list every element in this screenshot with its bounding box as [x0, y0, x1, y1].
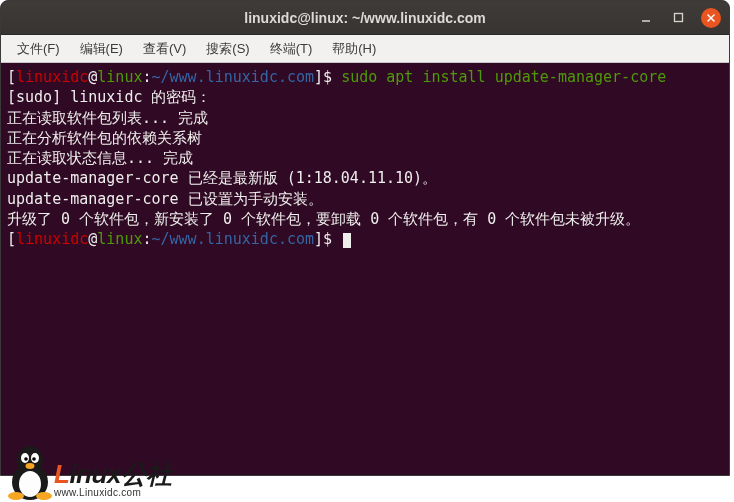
menu-view[interactable]: 查看(V)	[135, 38, 194, 60]
maximize-icon	[673, 12, 684, 23]
terminal-body[interactable]: [linuxidc@linux:~/www.linuxidc.com]$ sud…	[1, 63, 729, 475]
prompt-host: linux	[97, 68, 142, 86]
watermark-url: www.Linuxidc.com	[54, 487, 172, 498]
prompt-path: ~/www.linuxidc.com	[152, 68, 315, 86]
minimize-icon	[640, 12, 652, 24]
menubar: 文件(F) 编辑(E) 查看(V) 搜索(S) 终端(T) 帮助(H)	[1, 35, 729, 63]
menu-file[interactable]: 文件(F)	[9, 38, 68, 60]
prompt-path: ~/www.linuxidc.com	[152, 230, 315, 248]
output-line: update-manager-core 已经是最新版 (1:18.04.11.1…	[7, 169, 437, 187]
prompt-colon: :	[142, 68, 151, 86]
output-line: 升级了 0 个软件包，新安装了 0 个软件包，要卸载 0 个软件包，有 0 个软…	[7, 210, 640, 228]
prompt-end: $	[323, 230, 341, 248]
prompt-host: linux	[97, 230, 142, 248]
prompt-at: @	[88, 68, 97, 86]
menu-search[interactable]: 搜索(S)	[198, 38, 257, 60]
minimize-button[interactable]	[637, 9, 655, 27]
titlebar: linuxidc@linux: ~/www.linuxidc.com	[1, 1, 729, 35]
prompt-user: linuxidc	[16, 230, 88, 248]
svg-rect-1	[674, 14, 682, 22]
cursor	[343, 233, 351, 248]
close-button[interactable]	[701, 8, 721, 28]
prompt-colon: :	[142, 230, 151, 248]
output-line: update-manager-core 已设置为手动安装。	[7, 190, 323, 208]
menu-terminal[interactable]: 终端(T)	[262, 38, 321, 60]
menu-help[interactable]: 帮助(H)	[324, 38, 384, 60]
command-text: sudo apt install update-manager-core	[341, 68, 666, 86]
bracket: [	[7, 68, 16, 86]
prompt-end: $	[323, 68, 341, 86]
prompt-at: @	[88, 230, 97, 248]
output-line: [sudo] linuxidc 的密码：	[7, 88, 212, 106]
close-icon	[706, 13, 716, 23]
terminal-window: linuxidc@linux: ~/www.linuxidc.com 文件(F)…	[0, 0, 730, 476]
bracket: [	[7, 230, 16, 248]
output-line: 正在读取状态信息... 完成	[7, 149, 193, 167]
window-controls	[637, 8, 721, 28]
maximize-button[interactable]	[669, 9, 687, 27]
window-title: linuxidc@linux: ~/www.linuxidc.com	[244, 10, 485, 26]
svg-point-12	[8, 492, 24, 500]
svg-point-13	[36, 492, 52, 500]
menu-edit[interactable]: 编辑(E)	[72, 38, 131, 60]
bracket: ]	[314, 68, 323, 86]
output-line: 正在分析软件包的依赖关系树	[7, 129, 202, 147]
bracket: ]	[314, 230, 323, 248]
output-line: 正在读取软件包列表... 完成	[7, 109, 208, 127]
prompt-user: linuxidc	[16, 68, 88, 86]
